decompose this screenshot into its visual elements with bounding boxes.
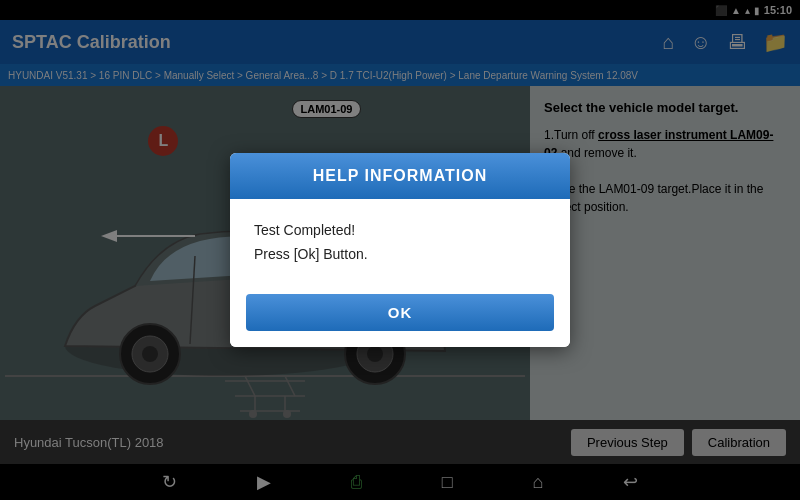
ok-button[interactable]: OK xyxy=(246,294,554,331)
dialog-body: Test Completed! Press [Ok] Button. xyxy=(230,199,570,287)
dialog-header: HELP INFORMATION xyxy=(230,153,570,199)
dialog-line1: Test Completed! xyxy=(254,219,546,243)
dialog-text: Test Completed! Press [Ok] Button. xyxy=(254,219,546,267)
help-dialog: HELP INFORMATION Test Completed! Press [… xyxy=(230,153,570,348)
dialog-footer: OK xyxy=(230,286,570,347)
dialog-title: HELP INFORMATION xyxy=(313,167,488,184)
dialog-line2: Press [Ok] Button. xyxy=(254,243,546,267)
dialog-overlay: HELP INFORMATION Test Completed! Press [… xyxy=(0,0,800,500)
